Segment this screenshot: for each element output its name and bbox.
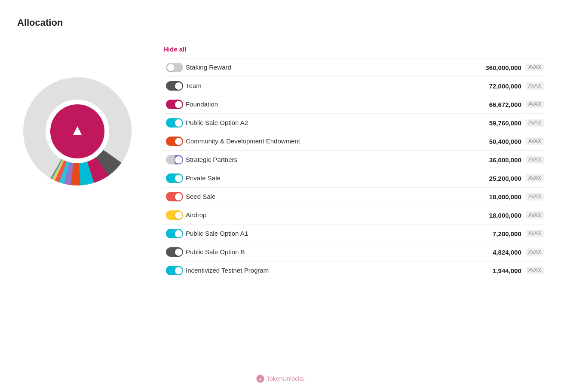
- chart-container: ▲: [17, 71, 138, 191]
- toggle-switch[interactable]: [166, 266, 183, 275]
- toggle-knob: [175, 101, 182, 108]
- allocation-item: Public Sale Option A259,760,000AVAX: [163, 114, 544, 132]
- allocation-unit: AVAX: [526, 230, 544, 237]
- toggle-wrap: [163, 100, 186, 109]
- allocation-item: Team72,000,000AVAX: [163, 77, 544, 95]
- toggle-switch[interactable]: [166, 173, 183, 183]
- allocation-list: Staking Reward360,000,000AVAXTeam72,000,…: [163, 58, 544, 280]
- allocation-name: Foundation: [186, 100, 470, 109]
- allocation-unit: AVAX: [526, 119, 544, 127]
- allocation-unit: AVAX: [526, 137, 544, 145]
- allocation-item: Incentivized Testnet Program1,944,000AVA…: [163, 261, 544, 280]
- toggle-wrap: [163, 229, 186, 238]
- allocation-name: Strategic Partners: [186, 155, 470, 164]
- toggle-wrap: [163, 63, 186, 72]
- toggle-knob: [175, 267, 182, 274]
- toggle-wrap: [163, 81, 186, 91]
- allocation-item: Staking Reward360,000,000AVAX: [163, 58, 544, 77]
- allocations-panel: Hide all Staking Reward360,000,000AVAXTe…: [163, 46, 544, 280]
- allocation-amount: 36,000,000: [470, 156, 521, 164]
- toggle-wrap: [163, 247, 186, 257]
- toggle-switch[interactable]: [166, 63, 183, 72]
- allocation-name: Private Sale: [186, 174, 470, 182]
- toggle-switch[interactable]: [166, 100, 183, 109]
- toggle-knob: [167, 64, 175, 71]
- allocation-name: Team: [186, 82, 470, 90]
- allocation-amount: 66,672,000: [470, 101, 521, 108]
- toggle-wrap: [163, 173, 186, 183]
- toggle-switch[interactable]: [166, 210, 183, 220]
- allocation-item: Foundation66,672,000AVAX: [163, 95, 544, 114]
- toggle-knob: [175, 119, 182, 127]
- allocation-amount: 72,000,000: [470, 82, 521, 90]
- allocation-amount: 59,760,000: [470, 119, 521, 127]
- allocation-name: Airdrop: [186, 211, 470, 219]
- content-area: ▲ Hide all Staking Reward360,000,000AVAX…: [17, 46, 544, 280]
- toggle-knob: [175, 230, 182, 237]
- allocation-unit: AVAX: [526, 267, 544, 274]
- allocation-name: Seed Sale: [186, 192, 470, 201]
- allocation-amount: 50,400,000: [470, 138, 521, 145]
- toggle-wrap: [163, 210, 186, 220]
- allocation-amount: 7,200,000: [470, 230, 521, 237]
- toggle-switch[interactable]: [166, 192, 183, 201]
- toggle-switch[interactable]: [166, 118, 183, 128]
- toggle-switch[interactable]: [166, 229, 183, 238]
- allocation-amount: 360,000,000: [470, 64, 521, 71]
- allocation-name: Public Sale Option A1: [186, 229, 470, 238]
- allocation-item: Private Sale25,200,000AVAX: [163, 169, 544, 188]
- toggle-switch[interactable]: [166, 81, 183, 91]
- toggle-switch[interactable]: [166, 137, 183, 146]
- allocation-name: Public Sale Option A2: [186, 119, 470, 127]
- allocation-item: Community & Development Endowment50,400,…: [163, 132, 544, 151]
- allocation-amount: 1,944,000: [470, 267, 521, 274]
- allocation-item: Public Sale Option B4,824,000AVAX: [163, 243, 544, 261]
- page-title: Allocation: [17, 17, 544, 28]
- allocation-amount: 18,000,000: [470, 193, 521, 201]
- allocation-name: Public Sale Option B: [186, 248, 470, 256]
- toggle-switch[interactable]: [166, 155, 183, 164]
- allocation-item: Airdrop18,000,000AVAX: [163, 206, 544, 225]
- allocation-unit: AVAX: [526, 211, 544, 219]
- toggle-knob: [175, 138, 182, 145]
- toggle-knob: [175, 193, 182, 201]
- allocation-name: Community & Development Endowment: [186, 137, 470, 146]
- allocation-name: Staking Reward: [186, 63, 470, 72]
- toggle-wrap: [163, 192, 186, 201]
- toggle-knob: [175, 175, 182, 182]
- toggle-knob: [175, 82, 182, 90]
- allocation-unit: AVAX: [526, 82, 544, 90]
- allocation-unit: AVAX: [526, 64, 544, 71]
- hide-all-button[interactable]: Hide all: [163, 46, 186, 53]
- allocation-item: Seed Sale18,000,000AVAX: [163, 188, 544, 206]
- toggle-knob: [175, 212, 182, 219]
- toggle-knob: [175, 156, 182, 164]
- allocation-unit: AVAX: [526, 174, 544, 182]
- allocation-item: Strategic Partners36,000,000AVAX: [163, 151, 544, 169]
- allocation-name: Incentivized Testnet Program: [186, 266, 470, 275]
- svg-text:▲: ▲: [70, 121, 85, 139]
- toggle-wrap: [163, 266, 186, 275]
- toggle-knob: [175, 249, 182, 256]
- allocation-unit: AVAX: [526, 156, 544, 164]
- allocation-amount: 25,200,000: [470, 175, 521, 182]
- toggle-wrap: [163, 137, 186, 146]
- allocation-amount: 18,000,000: [470, 212, 521, 219]
- toggle-wrap: [163, 155, 186, 164]
- donut-chart: ▲: [17, 71, 138, 191]
- toggle-switch[interactable]: [166, 247, 183, 257]
- allocation-unit: AVAX: [526, 248, 544, 256]
- allocation-item: Public Sale Option A17,200,000AVAX: [163, 225, 544, 243]
- allocation-unit: AVAX: [526, 193, 544, 201]
- allocation-amount: 4,824,000: [470, 249, 521, 256]
- toggle-wrap: [163, 118, 186, 128]
- allocation-unit: AVAX: [526, 100, 544, 108]
